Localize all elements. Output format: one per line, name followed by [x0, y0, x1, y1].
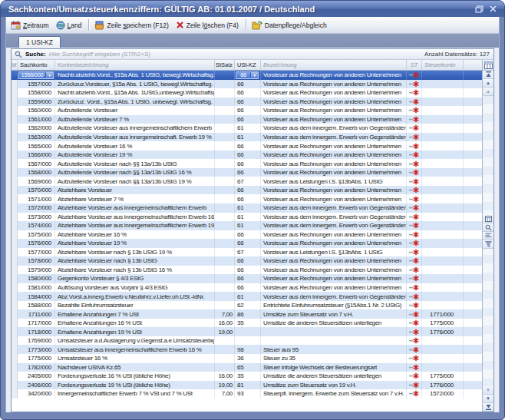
cell-sachkonto[interactable]: 1573/000▼: [18, 213, 55, 222]
table-row[interactable]: 1584/000▼ Abz.Vorst.a.innerg.Erwerb v.Ne…: [12, 292, 482, 301]
cell-ustkz[interactable]: 86▼: [235, 309, 261, 319]
table-row[interactable]: 1572/000▼ Abziehbare Vorsteuer aus inner…: [12, 203, 482, 213]
cell-sachkonto[interactable]: 1563/000▼: [18, 133, 55, 142]
table-row[interactable]: 1578/000▼ Abziehbare Vorsteuer nach § 13…: [12, 256, 482, 266]
zeile-loeschen-button[interactable]: Zeile löschen (F4): [173, 19, 243, 31]
table-row[interactable]: 1571/000▼ Abziehbare Vorsteuer 7 % 66▼ V…: [12, 194, 482, 203]
goto-record-icon[interactable]: [483, 232, 493, 240]
cell-sachkonto[interactable]: 1574/000▼: [18, 221, 55, 230]
cell-sachkonto[interactable]: 1718/000▼: [18, 327, 55, 336]
table-row[interactable]: 1565/000▼ Aufzuteilende Vorsteuer 16 % 6…: [12, 141, 482, 150]
cell-sachkonto[interactable]: 1571/000▼: [18, 194, 55, 203]
column-header-steuerkonto[interactable]: Steuerkonto: [422, 60, 464, 70]
cell-ustkz[interactable]: 81▼: [235, 381, 261, 390]
cell-sachkonto[interactable]: 1581/000▼: [18, 283, 55, 293]
cell-sachkonto[interactable]: 1580/000▼: [18, 274, 55, 283]
table-row[interactable]: 1769/000▼ Umsatzsteuer a.d.Auslagerung v…: [12, 336, 482, 346]
cell-sachkonto[interactable]: 1575/000▼: [18, 230, 55, 240]
table-row[interactable]: 2406/000▼ Forderungsverluste 19 % USt (ü…: [12, 381, 482, 390]
zeitraum-button[interactable]: Zeitraum: [8, 19, 53, 31]
table-row[interactable]: 1577/000▼ Abziehbare Vorsteuer nach § 13…: [12, 248, 482, 257]
cell-sachkonto[interactable]: 1577/000▼: [18, 248, 55, 257]
cell-ustkz[interactable]: 36▼: [235, 354, 261, 363]
cell-sachkonto[interactable]: 1558/000▼: [18, 88, 55, 98]
cell-sachkonto[interactable]: 1570/000▼: [18, 186, 55, 195]
cell-ustkz[interactable]: 35▼: [235, 319, 261, 328]
table-row[interactable]: 1580/000▼ Gegenkonto Vorsteuer § 4/3 ESt…: [12, 274, 482, 283]
cell-sachkonto[interactable]: 1775/000▼: [18, 354, 55, 363]
table-row[interactable]: 1782/000▼ Nachsteuer UStVA Kz.65 65▼ Ste…: [12, 363, 482, 372]
table-row[interactable]: 1718/000▼ Erhaltene Anzahlungen 19 % USt…: [12, 327, 482, 336]
scroll-down-icon[interactable]: ▼: [483, 395, 493, 403]
datenpflege-button[interactable]: Datenpflege/Abgleich: [249, 19, 331, 31]
cell-sachkonto[interactable]: 1560/000▼: [18, 106, 55, 115]
table-row[interactable]: 1568/000▼ Aufzuteilende Vorsteuer nach §…: [12, 168, 482, 177]
cell-ustkz[interactable]: 66▼: [235, 150, 261, 160]
cell-ustkz[interactable]: 93▼: [235, 389, 261, 399]
table-row[interactable]: 1559/000▼ Zurückzuz. Vorst., §15a Abs. 1…: [12, 98, 482, 107]
cell-sachkonto[interactable]: 1569/000▼: [18, 177, 55, 186]
cell-sachkonto[interactable]: 1782/000▼: [18, 363, 55, 372]
cell-sachkonto[interactable]: 1561/000▼: [18, 115, 55, 124]
cell-ustkz[interactable]: 61▼: [235, 213, 261, 222]
cell-sachkonto[interactable]: 2406/000▼: [18, 381, 55, 390]
cell-ustkz[interactable]: 67▼: [235, 177, 261, 186]
search-input[interactable]: Hier Suchbegriff eingeben (STRG+S): [49, 51, 150, 58]
table-row[interactable]: 1576/000▼ Abziehbare Vorsteuer 19 % 66▼ …: [12, 239, 482, 248]
table-row[interactable]: 1579/000▼ Abziehbare Vorsteuer nach § 13…: [12, 266, 482, 275]
scrollbar-track[interactable]: [483, 96, 493, 386]
cell-ustkz[interactable]: 66▼: [235, 141, 261, 150]
cell-ustkz[interactable]: 61▼: [235, 133, 261, 142]
cell-sachkonto[interactable]: 1572/000▼: [18, 203, 55, 213]
cell-ustkz[interactable]: 66▼: [235, 186, 261, 195]
vertical-scrollbar[interactable]: ▲ ▲: [482, 60, 493, 412]
cell-sachkonto[interactable]: 1562/000▼: [18, 124, 55, 133]
cell-sachkonto[interactable]: 1711/000▼: [18, 309, 55, 319]
column-header-ustkz[interactable]: USt-KZ: [235, 60, 261, 70]
column-header-marker[interactable]: M: [12, 60, 18, 70]
cell-ustkz[interactable]: 65▼: [235, 363, 261, 372]
cell-sachkonto[interactable]: 1578/000▼: [18, 256, 55, 266]
cell-sachkonto[interactable]: 1565/000▼: [18, 141, 55, 150]
cell-ustkz[interactable]: 66▼: [235, 283, 261, 293]
column-header-bezeichnung[interactable]: Bezeichnung: [261, 60, 407, 70]
cell-sachkonto[interactable]: 1588/000▼: [18, 301, 55, 310]
table-row[interactable]: 2405/000▼ Forderungsverluste 16 % USt (ü…: [12, 372, 482, 381]
table-row[interactable]: 1561/000▼ Aufzuteilende Vorsteuer 7 % 66…: [12, 115, 482, 124]
cell-sachkonto[interactable]: 1566/000▼: [18, 150, 55, 160]
scroll-first-icon[interactable]: [483, 71, 493, 79]
cell-ustkz[interactable]: 66▼: [235, 106, 261, 115]
cell-ustkz[interactable]: 35▼: [235, 372, 261, 381]
cell-ustkz[interactable]: 66▼: [235, 159, 261, 168]
column-header-kontenbezeichnung[interactable]: Kontenbezeichnung: [55, 60, 215, 70]
filter-icon[interactable]: [483, 240, 493, 249]
table-row[interactable]: 1775/000▼ Umsatzsteuer 16 % 36▼ Steuer z…: [12, 354, 482, 363]
zeile-speichern-button[interactable]: Zeile speichern (F12): [92, 19, 172, 31]
table-row[interactable]: 1575/000▼ Abziehbare Vorsteuer 16 % 66▼ …: [12, 230, 482, 240]
table-row[interactable]: 1557/000▼ Zurückzuz.Vorsteuer, §15a Abs.…: [12, 80, 482, 89]
cell-ustkz[interactable]: 66▼: [235, 230, 261, 240]
column-chooser-icon[interactable]: [483, 60, 493, 71]
table-row[interactable]: 1556/000▼ Nachtr.abziehb.Vorst., §15a Ab…: [12, 71, 482, 80]
table-row[interactable]: 1573/000▼ Abziehbare Vorsteuer aus inner…: [12, 213, 482, 222]
cell-sachkonto[interactable]: 2405/000▼: [18, 372, 55, 381]
close-icon[interactable]: [486, 3, 500, 15]
table-row[interactable]: 1563/000▼ Aufzuteilende Vorsteuer aus in…: [12, 133, 482, 142]
cell-sachkonto[interactable]: 1584/000▼: [18, 292, 55, 301]
column-header-stsatz[interactable]: StSatz: [215, 60, 235, 70]
cell-sachkonto[interactable]: 1559/000▼: [18, 98, 55, 107]
cell-ustkz[interactable]: 61▼: [235, 203, 261, 213]
cell-sachkonto[interactable]: 1567/000▼: [18, 159, 55, 168]
restore-icon[interactable]: [472, 3, 486, 15]
cell-ustkz[interactable]: 61▼: [235, 292, 261, 301]
cell-ustkz[interactable]: 66▼: [235, 80, 261, 89]
table-row[interactable]: 1567/000▼ Aufzuteilende Vorsteuer nach §…: [12, 159, 482, 168]
cell-sachkonto[interactable]: 1773/000▼: [18, 345, 55, 354]
scroll-page-up-icon[interactable]: ▲: [483, 88, 493, 96]
cell-ustkz[interactable]: 66▼: [235, 256, 261, 266]
cell-ustkz[interactable]: 66▼: [235, 266, 261, 275]
cell-sachkonto[interactable]: 1576/000▼: [18, 239, 55, 248]
column-header-st[interactable]: ST: [407, 60, 422, 70]
chevron-down-icon[interactable]: ▼: [250, 72, 258, 78]
cell-sachkonto[interactable]: 1769/000▼: [18, 336, 55, 346]
